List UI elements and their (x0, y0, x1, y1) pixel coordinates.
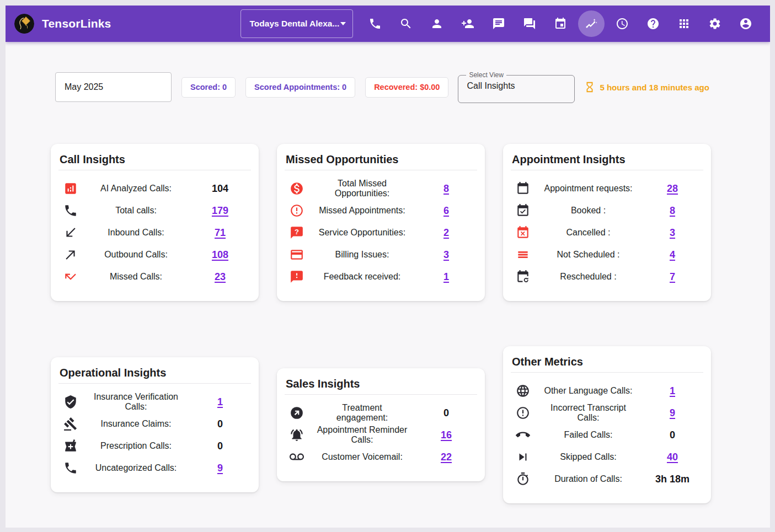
chevron-down-icon (340, 22, 346, 25)
account-button[interactable] (733, 10, 759, 37)
metric-label: Outbound Calls: (90, 250, 181, 260)
metric-row: Uncategorized Calls: 9 (51, 457, 259, 479)
search-icon (399, 17, 413, 30)
metric-label: Duration of Calls: (543, 474, 634, 484)
event-busy-icon (516, 225, 530, 240)
metric-label: Failed Calls: (543, 430, 634, 440)
analytics-icon (63, 181, 78, 196)
metric-row: Missed Calls: 23 (51, 266, 259, 288)
metric-row: Total Missed Opportunities: 8 (277, 178, 485, 200)
card-title: Missed Opportunities (277, 144, 485, 170)
metric-value-link[interactable]: 3 (408, 249, 485, 261)
metric-label: Total calls: (90, 206, 181, 216)
metric-value-link[interactable]: 16 (408, 429, 485, 441)
event-repeat-icon (516, 270, 530, 284)
metric-row: Other Language Calls: 1 (503, 380, 711, 402)
conversations-button[interactable] (516, 10, 543, 37)
metric-label: Rescheduled : (543, 272, 634, 282)
phone-icon (63, 461, 78, 475)
last-updated-text: 5 hours and 18 minutes ago (600, 83, 709, 92)
card-title: Call Insights (51, 144, 259, 170)
metric-row: Duration of Calls: 3h 18m (503, 468, 711, 490)
phone-icon (368, 17, 382, 30)
metric-value-link[interactable]: 8 (408, 183, 485, 195)
metric-value-link[interactable]: 9 (181, 463, 259, 474)
metric-value-link[interactable]: 3 (634, 227, 711, 239)
calendar-button[interactable] (547, 10, 574, 37)
gavel-icon (63, 417, 78, 431)
bell-icon (290, 428, 304, 442)
voicemail-icon (290, 450, 304, 464)
metric-value-link[interactable]: 1 (408, 271, 485, 283)
calendar-event-icon (554, 17, 567, 30)
metric-value-link[interactable]: 4 (634, 249, 711, 261)
metric-row: Treatment engagement: 0 (277, 402, 485, 424)
messages-button[interactable] (485, 10, 512, 37)
skip-next-icon (516, 450, 530, 464)
clinic-dropdown[interactable]: Todays Dental Alexa... (240, 9, 353, 38)
error-outline-icon (290, 203, 304, 218)
insights-button-active[interactable] (578, 10, 605, 37)
metric-row: Customer Voicemail: 22 (277, 446, 485, 468)
metric-value-link[interactable]: 23 (181, 271, 259, 283)
metric-row: Total calls: 179 (51, 200, 259, 222)
metric-label: Treatment engagement: (317, 403, 408, 423)
forum-icon (523, 17, 536, 30)
search-button[interactable] (393, 10, 419, 37)
metric-row: Prescription Calls: 0 (51, 435, 259, 457)
metric-row: Booked : 8 (503, 200, 711, 222)
contacts-button[interactable] (424, 10, 450, 37)
call-received-icon (63, 225, 78, 240)
metric-row: Failed Calls: 0 (503, 424, 711, 446)
history-button[interactable] (609, 10, 635, 37)
settings-button[interactable] (702, 10, 728, 37)
card-title: Appointment Insights (503, 144, 711, 170)
metric-value-link[interactable]: 22 (408, 452, 485, 463)
hourglass-icon (584, 81, 596, 93)
appointment-insights-card: Appointment Insights Appointment request… (503, 144, 711, 301)
tensorlinks-logo-icon (14, 14, 34, 34)
add-contact-button[interactable] (455, 10, 481, 37)
metric-label: Appointment Reminder Calls: (317, 425, 408, 445)
metric-value-link[interactable]: 6 (408, 205, 485, 217)
apps-button[interactable] (671, 10, 697, 37)
metric-value: 0 (634, 429, 711, 441)
person-add-icon (461, 17, 474, 30)
month-input[interactable] (55, 72, 172, 102)
phone-nav-button[interactable] (362, 10, 388, 37)
metric-value: 3h 18m (634, 474, 711, 485)
error-outline-icon (516, 406, 530, 420)
metric-value-link[interactable]: 179 (181, 205, 259, 217)
metric-value-link[interactable]: 28 (634, 183, 711, 195)
metric-value-link[interactable]: 7 (634, 271, 711, 283)
metric-row: Appointment Reminder Calls: 16 (277, 424, 485, 446)
person-icon (430, 17, 443, 30)
metric-label: Appointment requests: (543, 184, 634, 194)
metric-label: Uncategorized Calls: (90, 463, 181, 473)
phone-icon (63, 203, 78, 218)
pharmacy-icon (63, 439, 78, 453)
metric-label: Other Language Calls: (543, 386, 634, 396)
metric-row: Skipped Calls: 40 (503, 446, 711, 468)
card-title: Sales Insights (277, 368, 485, 394)
help-icon (646, 17, 660, 30)
clinic-dropdown-label: Todays Dental Alexa... (250, 19, 340, 29)
metric-label: Inbound Calls: (90, 228, 181, 238)
metric-value-link[interactable]: 40 (634, 452, 711, 463)
metric-value-link[interactable]: 1 (634, 385, 711, 397)
sales-insights-card: Sales Insights Treatment engagement: 0 A… (277, 368, 485, 481)
select-view-dropdown[interactable]: Select View Call Insights (458, 71, 575, 103)
help-button[interactable] (640, 10, 666, 37)
metric-value-link[interactable]: 2 (408, 227, 485, 239)
metric-label: Booked : (543, 206, 634, 216)
call-end-icon (516, 428, 530, 442)
metric-label: Billing Issues: (317, 250, 408, 260)
filter-bar: Scored: 0 Scored Appointments: 0 Recover… (55, 72, 770, 103)
metric-row: Appointment requests: 28 (503, 178, 711, 200)
metric-value-link[interactable]: 9 (634, 407, 711, 419)
metric-value-link[interactable]: 1 (181, 396, 259, 408)
appbar: TensorLinks Todays Dental Alexa... (6, 6, 770, 42)
metric-value-link[interactable]: 108 (181, 249, 259, 261)
metric-value-link[interactable]: 71 (181, 227, 259, 239)
metric-value-link[interactable]: 8 (634, 205, 711, 217)
